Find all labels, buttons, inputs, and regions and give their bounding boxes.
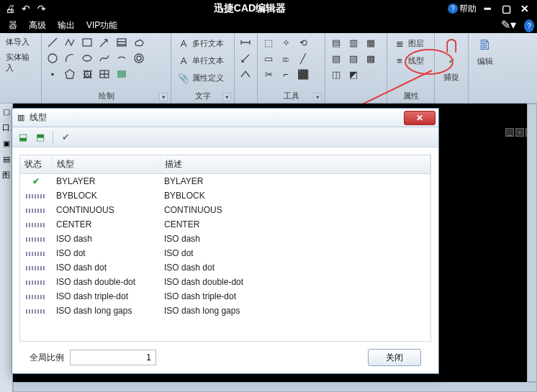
menu-item-0[interactable]: 器 — [3, 18, 23, 33]
misc-b2[interactable]: ▨ — [347, 52, 360, 65]
revision-cloud-icon[interactable] — [132, 36, 145, 49]
pen-icon[interactable]: ✎▾ — [502, 18, 515, 31]
tool-a3[interactable]: ⟲ — [297, 36, 310, 49]
status-cell — [20, 304, 52, 318]
tool-b2[interactable]: ⎄ — [279, 52, 292, 65]
undo-icon[interactable]: ↶ — [20, 3, 32, 14]
col-linetype[interactable]: 线型 — [52, 155, 160, 174]
print-icon[interactable]: 🖨 — [4, 3, 16, 14]
load-linetype-icon[interactable]: ⬓ — [17, 131, 30, 144]
image-icon[interactable]: 🖼 — [81, 68, 94, 81]
table-row[interactable]: ISO dashISO dash — [20, 232, 430, 246]
singleline-text-button[interactable]: A单行文本 — [176, 53, 230, 68]
misc-a2[interactable]: ▥ — [347, 36, 360, 49]
misc-b3[interactable]: ▩ — [364, 52, 377, 65]
dim-tool-1[interactable] — [239, 36, 252, 49]
tool-a1[interactable]: ⬚ — [262, 36, 275, 49]
table-row[interactable]: CONTINUOUSCONTINUOUS — [20, 203, 430, 217]
redo-icon[interactable]: ↷ — [36, 3, 48, 14]
circle-icon[interactable] — [46, 52, 59, 65]
toolbar-divider — [53, 131, 53, 144]
draw-expand-icon[interactable]: ▾ — [159, 93, 168, 101]
polyline-icon[interactable] — [63, 36, 76, 49]
table-row[interactable]: ISO dash triple-dotISO dash triple-dot — [20, 289, 430, 304]
dialog-titlebar[interactable]: ▥ 线型 ✕ — [12, 109, 438, 127]
misc-c2[interactable]: ◩ — [347, 68, 360, 81]
tools-expand-icon[interactable]: ▾ — [313, 93, 322, 101]
tool-c3[interactable]: ⬛ — [297, 68, 310, 81]
table-icon[interactable] — [98, 68, 111, 81]
misc-c1[interactable]: ◫ — [330, 68, 343, 81]
set-current-icon[interactable]: ✔ — [59, 131, 72, 144]
menu-item-3[interactable]: VIP功能 — [81, 18, 123, 33]
left-tool-5[interactable]: 图 — [0, 167, 12, 183]
menu-item-2[interactable]: 输出 — [52, 18, 81, 33]
global-scale-input[interactable] — [70, 350, 156, 365]
tool-a2[interactable]: ✧ — [279, 36, 292, 49]
app-titlebar: 🖨 ↶ ↷ 迅捷CAD编辑器 ? 帮助 ━ ▢ ✕ — [0, 0, 537, 17]
tool-b1[interactable]: ▭ — [262, 52, 275, 65]
horizontal-scrollbar[interactable] — [13, 382, 537, 392]
misc-b1[interactable]: ▧ — [330, 52, 343, 65]
line-icon[interactable] — [46, 36, 59, 49]
linetype-swatch-icon — [26, 223, 46, 227]
table-row[interactable]: ISO dash double-dotISO dash double-dot — [20, 275, 430, 289]
multiline-text-button[interactable]: A多行文本 — [176, 36, 230, 50]
rect-icon[interactable] — [81, 36, 94, 49]
hatch-icon[interactable] — [115, 36, 128, 49]
entity-input[interactable]: 实体输入 — [4, 51, 37, 74]
view-max-icon[interactable]: ▫ — [515, 128, 524, 137]
linetype-desc-cell: ISO dash double-dot — [160, 275, 430, 289]
left-tool-3[interactable]: ▣ — [0, 135, 12, 151]
arc-icon[interactable] — [63, 52, 76, 65]
dim-tool-2[interactable] — [239, 52, 252, 65]
left-tool-2[interactable]: 口 — [0, 119, 12, 135]
table-row[interactable]: ✔BYLAYERBYLAYER — [20, 174, 430, 189]
arrow-icon[interactable] — [98, 36, 111, 49]
ellipse-icon[interactable] — [81, 52, 94, 65]
linetype-icon: ≡ — [393, 54, 406, 67]
dialog-close-button[interactable]: ✕ — [404, 111, 436, 125]
misc-a3[interactable]: ▦ — [364, 36, 377, 49]
close-icon[interactable]: ✕ — [517, 2, 533, 15]
edit-button[interactable]: 🗎 编辑 — [470, 35, 500, 67]
concentric-icon[interactable] — [132, 52, 145, 65]
entity-import[interactable]: 体导入 — [4, 36, 37, 48]
poly-icon[interactable] — [63, 68, 76, 81]
snap-button[interactable]: ⋂ ✔ 捕捉 — [436, 35, 466, 83]
layer-button[interactable]: ≣图层 — [392, 36, 430, 50]
close-button[interactable]: 关闭 — [368, 349, 421, 366]
minimize-icon[interactable]: ━ — [479, 2, 495, 15]
table-row[interactable]: CENTERCENTER — [20, 217, 430, 232]
table-row[interactable]: ISO dash dotISO dash dot — [20, 260, 430, 275]
table-row[interactable]: ISO dotISO dot — [20, 246, 430, 260]
svg-point-4 — [135, 54, 143, 63]
table-row[interactable]: BYBLOCKBYBLOCK — [20, 188, 430, 203]
tool-c1[interactable]: ✂ — [262, 68, 275, 81]
tool-b3[interactable]: ╱ — [297, 52, 310, 65]
attribute-def-button[interactable]: 📎属性定义 — [176, 70, 230, 85]
text-expand-icon[interactable]: ▾ — [222, 93, 231, 101]
help-round-icon[interactable]: ? — [521, 19, 534, 32]
point-icon[interactable]: • — [46, 68, 59, 81]
left-tool-4[interactable]: ▤ — [0, 151, 12, 167]
dim-tool-3[interactable] — [239, 68, 252, 81]
spline-icon[interactable] — [98, 52, 111, 65]
ellipse-arc-icon[interactable] — [115, 52, 128, 65]
menu-item-1[interactable]: 高级 — [23, 18, 52, 33]
linetype-button[interactable]: ≡线型 — [392, 53, 430, 68]
help-button[interactable]: ? 帮助 — [448, 3, 477, 15]
table-row[interactable]: ISO dash long gapsISO dash long gaps — [20, 304, 430, 318]
tool-c2[interactable]: ⌐ — [279, 68, 292, 81]
left-tool-1[interactable]: ▢ — [0, 104, 12, 119]
col-description[interactable]: 描述 — [160, 155, 430, 174]
misc-a1[interactable]: ▤ — [330, 36, 343, 49]
vertical-scrollbar[interactable] — [527, 104, 537, 382]
save-linetype-icon[interactable]: ⬒ — [34, 131, 47, 144]
wipeout-icon[interactable] — [115, 68, 128, 81]
view-min-icon[interactable]: _ — [505, 128, 514, 137]
ribbon-group-edit: 🗎 编辑 — [469, 33, 502, 103]
col-status[interactable]: 状态 — [20, 155, 52, 174]
maximize-icon[interactable]: ▢ — [498, 2, 514, 15]
linetype-name-cell: ISO dash double-dot — [52, 275, 160, 289]
